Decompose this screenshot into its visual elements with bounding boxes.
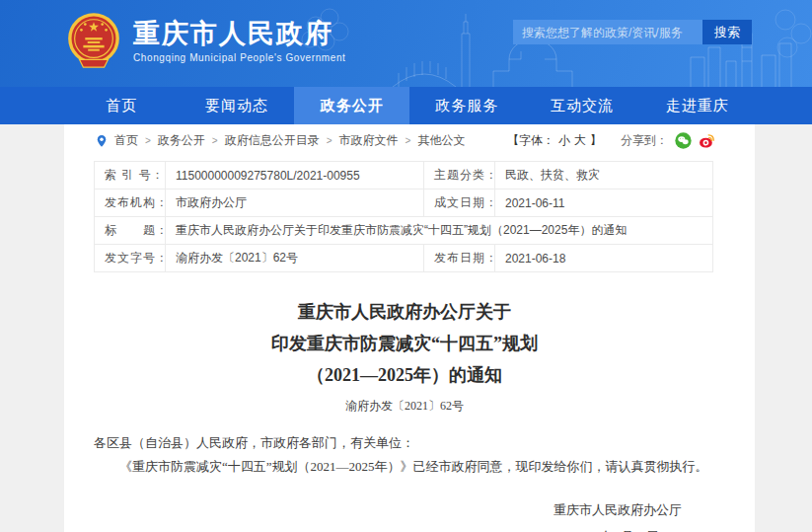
- meta-written-date-value: 2021-06-11: [495, 190, 713, 217]
- main-navigation: 首页 要闻动态 政务公开 政务服务 互动交流 走进重庆: [0, 87, 812, 124]
- meta-doc-number-label: 发文字号：: [95, 245, 166, 272]
- breadcrumb-gov-disclosure[interactable]: 政务公开: [158, 132, 205, 149]
- nav-item-gov-disclosure[interactable]: 政务公开: [294, 87, 409, 124]
- breadcrumb-other-documents[interactable]: 其他公文: [417, 132, 465, 149]
- meta-written-date-label: 成文日期：: [424, 190, 495, 217]
- breadcrumb-home[interactable]: 首页: [114, 132, 138, 149]
- table-row: 发文字号： 渝府办发〔2021〕62号 发布日期： 2021-06-18: [95, 245, 713, 272]
- meta-agency-value: 市政府办公厅: [166, 190, 424, 217]
- breadcrumb-info-directory[interactable]: 政府信息公开目录: [225, 132, 320, 149]
- document-body-section: 重庆市人民政府办公厅关于 印发重庆市防震减灾“十四五”规划 （2021—2025…: [64, 272, 755, 532]
- document-title: 重庆市人民政府办公厅关于 印发重庆市防震减灾“十四五”规划 （2021—2025…: [94, 296, 715, 391]
- document-title-line3: （2021—2025年）的通知: [94, 359, 715, 391]
- wechat-share-icon[interactable]: [675, 132, 692, 149]
- signature-signer: 重庆市人民政府办公厅: [554, 501, 682, 519]
- site-title: 重庆市人民政府: [133, 19, 345, 48]
- site-header: 重庆市人民政府 Chongqing Municipal People's Gov…: [0, 0, 812, 87]
- document-paragraph: 《重庆市防震减灾“十四五”规划（2021—2025年）》已经市政府同意，现印发给…: [94, 458, 715, 476]
- nav-item-gov-services[interactable]: 政务服务: [409, 87, 525, 124]
- breadcrumb-city-gov-documents[interactable]: 市政府文件: [339, 132, 399, 149]
- meta-category-label: 主题分类：: [424, 162, 495, 190]
- table-row: 索 引 号： 11500000009275780L/2021-00955 主题分…: [95, 162, 713, 190]
- document-title-line2: 印发重庆市防震减灾“十四五”规划: [94, 328, 715, 359]
- document-salutation: 各区县（自治县）人民政府，市政府各部门，有关单位：: [94, 434, 715, 452]
- weibo-share-icon[interactable]: [699, 132, 715, 149]
- national-emblem-logo: [65, 12, 122, 69]
- share-label: 分享到：: [621, 132, 668, 149]
- breadcrumb-separator: >: [145, 135, 151, 146]
- table-row: 发布机构： 市政府办公厅 成文日期： 2021-06-11: [95, 190, 713, 217]
- meta-doc-number-value: 渝府办发〔2021〕62号: [166, 245, 424, 272]
- breadcrumb-separator: >: [212, 135, 218, 146]
- font-size-large-button[interactable]: 大: [574, 132, 586, 149]
- signature-date: 2021年6月11日: [554, 528, 682, 532]
- location-pin-icon: [96, 134, 108, 148]
- nav-item-news[interactable]: 要闻动态: [180, 87, 295, 124]
- document-meta-table: 索 引 号： 11500000009275780L/2021-00955 主题分…: [94, 161, 713, 272]
- font-size-small-button[interactable]: 小: [558, 132, 570, 149]
- breadcrumb-separator: >: [327, 135, 332, 146]
- search-button[interactable]: 搜索: [702, 20, 752, 44]
- font-size-prefix: 【字体：: [507, 132, 554, 149]
- meta-title-label: 标 题：: [95, 217, 166, 245]
- font-size-suffix: 】: [590, 132, 602, 149]
- font-size-control: 【字体：小大】: [507, 132, 602, 149]
- signature-block: 重庆市人民政府办公厅 2021年6月11日: [94, 501, 715, 532]
- table-row: 标 题： 重庆市人民政府办公厅关于印发重庆市防震减灾“十四五”规划（2021—2…: [95, 217, 713, 245]
- document-title-line1: 重庆市人民政府办公厅关于: [94, 296, 715, 328]
- meta-publish-date-label: 发布日期：: [424, 245, 495, 272]
- site-brand[interactable]: 重庆市人民政府 Chongqing Municipal People's Gov…: [65, 12, 345, 69]
- meta-category-value: 民政、扶贫、救灾: [495, 162, 713, 190]
- nav-item-home[interactable]: 首页: [64, 87, 180, 124]
- search-input[interactable]: [513, 20, 702, 44]
- meta-publish-date-value: 2021-06-18: [495, 245, 713, 272]
- breadcrumb-row: 首页 > 政务公开 > 政府信息公开目录 > 市政府文件 > 其他公文 【字体：…: [64, 124, 755, 157]
- meta-title-value: 重庆市人民政府办公厅关于印发重庆市防震减灾“十四五”规划（2021—2025年）…: [166, 217, 713, 245]
- meta-index-label: 索 引 号：: [95, 162, 166, 190]
- site-search: 搜索: [513, 20, 752, 44]
- nav-item-about-chongqing[interactable]: 走进重庆: [639, 87, 755, 124]
- nav-item-interaction[interactable]: 互动交流: [525, 87, 640, 124]
- content-card: 首页 > 政务公开 > 政府信息公开目录 > 市政府文件 > 其他公文 【字体：…: [64, 124, 755, 532]
- breadcrumb-separator: >: [406, 135, 411, 146]
- meta-index-value: 11500000009275780L/2021-00955: [166, 162, 424, 190]
- site-title-english: Chongqing Municipal People's Government: [133, 52, 345, 63]
- meta-agency-label: 发布机构：: [95, 190, 166, 217]
- breadcrumb: 首页 > 政务公开 > 政府信息公开目录 > 市政府文件 > 其他公文: [114, 132, 465, 149]
- document-number: 渝府办发〔2021〕62号: [94, 398, 715, 415]
